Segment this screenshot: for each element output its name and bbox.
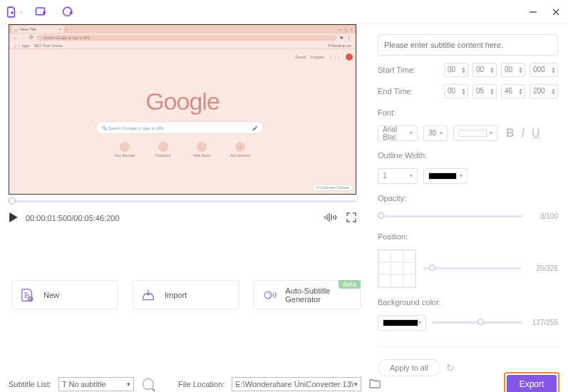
footer-bar: Subtitle List: T No subtitle▾ File Locat…: [0, 376, 568, 392]
font-size-dropdown[interactable]: 30▾: [423, 125, 448, 141]
chrome-tab-title: New Tab: [20, 27, 36, 31]
position-label: Position:: [378, 232, 558, 241]
search-icon[interactable]: [143, 378, 154, 390]
background-color-dropdown[interactable]: ▾: [378, 315, 426, 331]
add-media-icon[interactable]: [33, 4, 50, 21]
import-label: Import: [165, 291, 187, 299]
minimize-button[interactable]: [527, 6, 539, 19]
subtitle-list-dropdown[interactable]: T No subtitle▾: [58, 377, 134, 391]
add-file-icon[interactable]: [6, 4, 23, 21]
close-button[interactable]: [549, 6, 562, 19]
auto-subtitle-label: Auto-Subtitle Generator: [285, 287, 353, 304]
position-grid[interactable]: [378, 249, 416, 288]
start-time-label: Start Time:: [378, 66, 415, 74]
file-location-dropdown[interactable]: E:\Wondershare UniConverter 13\SubEdted▾: [232, 377, 361, 391]
auto-subtitle-button[interactable]: Beta Auto-Subtitle Generator: [254, 280, 361, 309]
background-color-label: Background color:: [378, 298, 558, 306]
gmail-link: Gmail: [295, 55, 306, 59]
subtitle-list-label: Subtitle List:: [9, 380, 51, 388]
browse-folder-icon[interactable]: [369, 378, 381, 390]
start-ss[interactable]: 00▲▼: [501, 63, 525, 77]
apply-to-all-button[interactable]: Apply to all: [378, 359, 440, 376]
customize-chrome: ✎ Customize Chrome: [312, 184, 353, 191]
shortcut-label: Facebook: [155, 153, 171, 158]
italic-button[interactable]: I: [522, 127, 525, 140]
beta-badge: Beta: [339, 280, 361, 289]
background-opacity-value: 127/255: [528, 319, 558, 326]
import-button[interactable]: Import: [133, 280, 239, 309]
bold-button[interactable]: B: [506, 127, 515, 140]
add-url-icon[interactable]: [60, 4, 77, 21]
outline-width-dropdown[interactable]: 1▾: [378, 168, 418, 184]
end-ss[interactable]: 46▲▼: [501, 84, 525, 98]
bookmark-item: SEO Tools Centre...: [34, 43, 66, 48]
images-link: Images: [310, 55, 324, 59]
position-slider[interactable]: [423, 263, 521, 274]
bookmark-apps: Apps: [21, 43, 29, 48]
opacity-slider[interactable]: [378, 211, 522, 222]
outline-width-label: Outline Width:: [378, 151, 558, 160]
export-button[interactable]: Export: [507, 375, 557, 392]
google-search-box: 🔍 Search Google or type a URL 🎤: [96, 122, 263, 133]
font-label: Font:: [378, 108, 558, 117]
end-ms[interactable]: 200▲▼: [530, 84, 558, 98]
shortcut-label: Web Store: [193, 153, 210, 158]
file-location-label: File Location:: [178, 380, 224, 388]
font-color-dropdown[interactable]: ▾: [453, 125, 497, 141]
reading-list: Reading List: [331, 43, 351, 48]
start-hh[interactable]: 00▲▼: [444, 63, 468, 77]
svg-point-1: [63, 7, 72, 16]
end-mm[interactable]: 05▲▼: [473, 84, 497, 98]
background-opacity-slider[interactable]: [432, 317, 522, 329]
start-mm[interactable]: 00▲▼: [473, 63, 497, 77]
underline-button[interactable]: U: [532, 127, 540, 140]
shortcut-label: Add shortcut: [230, 153, 250, 158]
google-logo: Google: [9, 88, 356, 115]
start-ms[interactable]: 000▲▼: [530, 63, 558, 77]
time-display: 00:00:01:500/00:05:46:200: [26, 214, 120, 222]
fullscreen-button[interactable]: [346, 212, 356, 225]
video-preview[interactable]: ◇New Tab× + —☐× ←→⟳ Search Google or typ…: [9, 24, 356, 195]
subtitle-content-input[interactable]: [378, 34, 558, 56]
chrome-address-bar: Search Google or type a URL: [36, 35, 336, 41]
outline-color-dropdown[interactable]: ▾: [423, 168, 468, 184]
play-button[interactable]: [9, 212, 19, 225]
font-family-dropdown[interactable]: Arial Blac▾: [378, 125, 418, 141]
svg-rect-0: [36, 8, 45, 15]
opacity-label: Opacity:: [378, 194, 558, 202]
shortcut-label: Your Member: [114, 153, 135, 158]
title-bar: [0, 0, 568, 24]
position-value: 20/326: [528, 264, 558, 272]
opacity-value: 0/100: [528, 212, 558, 220]
new-label: New: [43, 291, 59, 299]
audio-waveform-button[interactable]: [324, 212, 338, 225]
end-hh[interactable]: 00▲▼: [444, 84, 468, 98]
left-pane: ◇New Tab× + —☐× ←→⟳ Search Google or typ…: [0, 24, 368, 376]
refresh-icon[interactable]: ↻: [446, 362, 455, 373]
seek-bar[interactable]: [9, 195, 356, 207]
new-button[interactable]: New: [11, 280, 118, 309]
subtitle-panel: Start Time: 00▲▼ 00▲▼ 00▲▼ 000▲▼ End Tim…: [368, 24, 568, 376]
end-time-label: End Time:: [378, 87, 413, 96]
